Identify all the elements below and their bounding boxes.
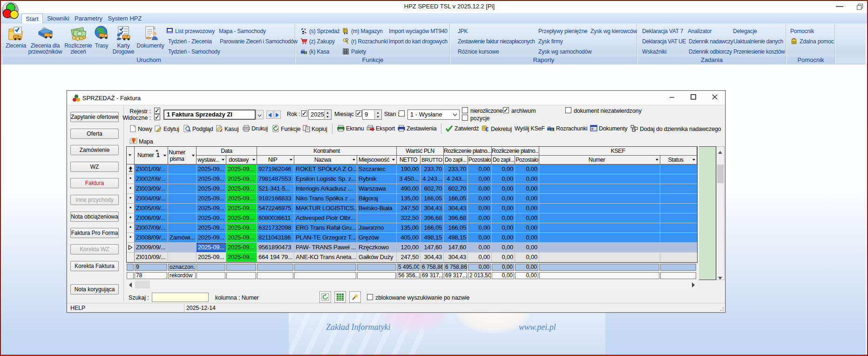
svg-text:€: €: [485, 126, 488, 132]
